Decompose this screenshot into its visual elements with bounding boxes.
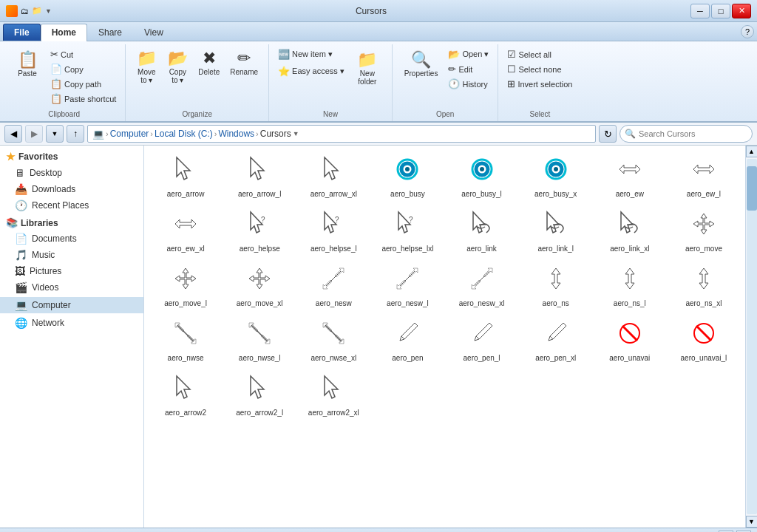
quick-access-2[interactable]: 📁	[32, 6, 42, 16]
ribbon-tabs: File Home Share View ?	[0, 22, 757, 41]
scroll-thumb[interactable]	[747, 166, 757, 211]
file-item[interactable]: aero_arrow2_l	[224, 370, 295, 422]
move-to-button[interactable]: 📁 Moveto ▾	[132, 47, 161, 87]
file-item[interactable]: aero_busy	[372, 151, 443, 203]
file-item[interactable]: aero_ns_xl	[668, 261, 739, 313]
file-item[interactable]: aero_arrow_xl	[298, 151, 369, 203]
easy-access-button[interactable]: ⭐ Easy access ▾	[275, 64, 347, 78]
scroll-track[interactable]	[747, 159, 757, 514]
minimize-button[interactable]: ─	[690, 4, 710, 18]
edit-button[interactable]: ✏ Edit	[445, 62, 492, 76]
search-box[interactable]: 🔍	[619, 125, 753, 143]
properties-button[interactable]: 🔍 Properties	[398, 47, 444, 82]
file-item[interactable]: aero_pen_xl	[520, 316, 591, 367]
file-item[interactable]: aero_nwse_l	[224, 316, 295, 367]
tab-file[interactable]: File	[3, 24, 41, 41]
up-button[interactable]: ↑	[67, 125, 84, 143]
file-item[interactable]: aero_ns	[520, 261, 591, 313]
file-item[interactable]: aero_link	[447, 206, 517, 258]
sidebar-item-desktop[interactable]: 🖥 Desktop	[0, 165, 143, 181]
file-item[interactable]: aero_pen_l	[447, 316, 517, 367]
file-item[interactable]: aero_unavai	[594, 316, 665, 367]
crumb-computer[interactable]: Computer	[110, 129, 149, 139]
sidebar-item-computer[interactable]: 💻 Computer	[0, 297, 143, 313]
scroll-up[interactable]: ▲	[746, 146, 758, 157]
file-icon-pen	[394, 320, 421, 351]
file-item[interactable]: aero_nwse_xl	[298, 316, 369, 367]
file-item[interactable]: aero_nesw	[298, 261, 369, 313]
file-item[interactable]: aero_ew_xl	[150, 206, 221, 258]
file-item[interactable]: aero_arrow_l	[224, 151, 295, 203]
history-button[interactable]: 🕐 History	[445, 77, 492, 91]
quick-access-dropdown[interactable]: ▼	[45, 7, 52, 15]
file-item[interactable]: aero_ns_l	[594, 261, 665, 313]
crumb-localdisk[interactable]: Local Disk (C:)	[155, 129, 213, 139]
cut-button[interactable]: ✂ Cut	[47, 47, 119, 61]
properties-icon: 🔍	[411, 52, 431, 68]
rename-button[interactable]: ✏ Rename	[225, 47, 262, 79]
search-input[interactable]	[639, 129, 747, 138]
new-item-button[interactable]: 🆕 New item ▾	[275, 47, 347, 61]
delete-button[interactable]: ✖ Delete	[194, 47, 224, 79]
tab-view[interactable]: View	[133, 24, 174, 41]
refresh-button[interactable]: ↻	[599, 125, 617, 143]
quick-access-1[interactable]: 🗂	[21, 7, 29, 16]
scroll-down[interactable]: ▼	[746, 516, 758, 528]
sidebar-item-documents[interactable]: 📄 Documents	[0, 231, 143, 247]
sidebar-item-videos[interactable]: 🎬 Videos	[0, 279, 143, 296]
sidebar-item-music[interactable]: 🎵 Music	[0, 247, 143, 263]
back-button[interactable]: ◀	[4, 125, 22, 143]
sidebar-item-network[interactable]: 🌐 Network	[0, 315, 143, 331]
file-item[interactable]: aero_busy_l	[447, 151, 517, 203]
invert-selection-button[interactable]: ⊞ Invert selection	[504, 77, 575, 91]
new-folder-button[interactable]: 📁 Newfolder	[349, 47, 386, 90]
file-item[interactable]: aero_arrow2	[150, 370, 221, 422]
sidebar-item-downloads[interactable]: 📥 Downloads	[0, 181, 143, 197]
copy-path-button[interactable]: 📋 Copy path	[47, 77, 119, 91]
file-item[interactable]: aero_nesw_xl	[447, 261, 517, 313]
file-item[interactable]: aero_busy_x	[520, 151, 591, 203]
select-all-button[interactable]: ☑ Select all	[504, 47, 575, 61]
file-item[interactable]: aero_arrow2_xl	[298, 370, 369, 422]
file-item[interactable]: ? aero_helpse	[224, 206, 295, 258]
copy-to-button[interactable]: 📂 Copyto ▾	[163, 47, 192, 87]
file-item[interactable]: aero_nesw_l	[372, 261, 443, 313]
copy-button[interactable]: 📄 Copy	[47, 62, 119, 76]
file-item[interactable]: ? aero_helpse_l	[298, 206, 369, 258]
addr-dropdown-arrow[interactable]: ▼	[293, 130, 299, 137]
close-button[interactable]: ✕	[732, 4, 751, 18]
svg-marker-32	[251, 376, 264, 398]
forward-button[interactable]: ▶	[25, 125, 43, 143]
file-item[interactable]: aero_move_l	[150, 261, 221, 313]
dropdown-button[interactable]: ▼	[46, 125, 64, 143]
svg-marker-31	[177, 376, 190, 398]
file-item[interactable]: aero_unavai_l	[668, 316, 739, 367]
file-item[interactable]: aero_arrow	[150, 151, 221, 203]
crumb-windows[interactable]: Windows	[218, 129, 254, 139]
history-icon: 🕐	[448, 78, 460, 89]
file-item[interactable]: aero_link_xl	[594, 206, 665, 258]
tab-home[interactable]: Home	[41, 24, 87, 41]
select-none-button[interactable]: ☐ Select none	[504, 62, 575, 76]
sidebar-item-pictures[interactable]: 🖼 Pictures	[0, 263, 143, 279]
file-item[interactable]: aero_ew	[594, 151, 665, 203]
help-button[interactable]: ?	[741, 25, 754, 38]
favorites-header[interactable]: ★ Favorites	[0, 149, 143, 165]
file-item[interactable]: aero_move_xl	[224, 261, 295, 313]
file-item[interactable]: ? aero_helpse_lxl	[372, 206, 443, 258]
file-item[interactable]: aero_move	[668, 206, 739, 258]
maximize-button[interactable]: □	[711, 4, 730, 18]
sidebar-item-recent[interactable]: 🕐 Recent Places	[0, 197, 143, 214]
paste-shortcut-button[interactable]: 📋 Paste shortcut	[47, 92, 119, 106]
file-icon-nwse	[172, 320, 199, 351]
open-button[interactable]: 📂 Open ▾	[445, 47, 492, 61]
file-item[interactable]: aero_pen	[372, 316, 443, 367]
file-name: aero_ew_l	[687, 190, 721, 199]
libraries-header[interactable]: 📚 Libraries	[0, 215, 143, 231]
file-item[interactable]: aero_link_l	[520, 206, 591, 258]
tab-share[interactable]: Share	[87, 24, 133, 41]
address-path[interactable]: 💻 › Computer › Local Disk (C:) › Windows…	[87, 125, 596, 143]
file-item[interactable]: aero_ew_l	[668, 151, 739, 203]
file-item[interactable]: aero_nwse	[150, 316, 221, 367]
paste-button[interactable]: 📋 Paste	[9, 47, 46, 82]
